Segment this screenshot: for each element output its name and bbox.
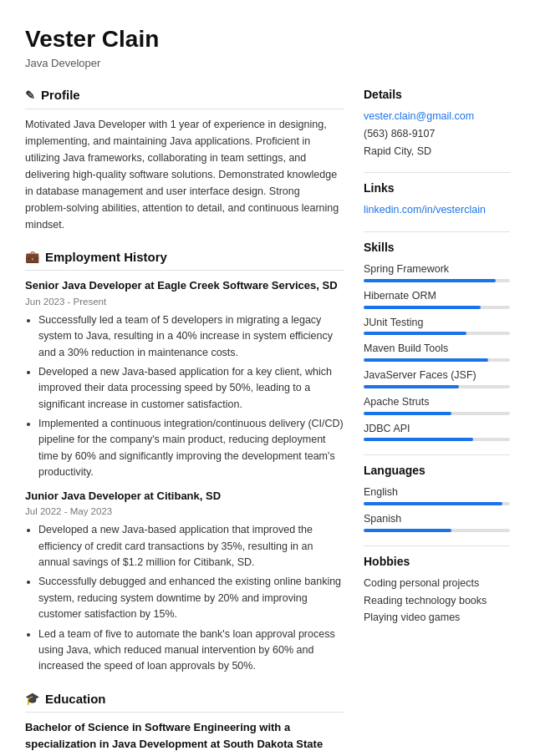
skill-bar-bg-3 xyxy=(364,358,510,362)
profile-icon: ✎ xyxy=(25,87,35,104)
profile-text: Motivated Java Developer with 1 year of … xyxy=(25,116,344,233)
skill-bar-fill-0 xyxy=(364,279,496,282)
lang-item-1: Spanish xyxy=(364,511,510,532)
divider-1 xyxy=(364,172,510,173)
lang-bar-fill-0 xyxy=(364,502,502,505)
job-bullet-0-0: Successfully led a team of 5 developers … xyxy=(38,312,344,361)
linkedin-link: linkedin.com/in/vesterclain xyxy=(364,202,510,218)
job-bullet-1-1: Successfully debugged and enhanced the e… xyxy=(38,574,344,622)
resume-header: Vester Clain Java Developer xyxy=(25,25,510,71)
links-section: Links linkedin.com/in/vesterclain xyxy=(364,180,510,218)
main-column: ✎ Profile Motivated Java Developer with … xyxy=(25,86,344,756)
skills-section: Skills Spring Framework Hibernate ORM JU… xyxy=(364,239,510,441)
resume-page: Vester Clain Java Developer ✎ Profile Mo… xyxy=(0,0,535,756)
education-section: 🎓 Education Bachelor of Science in Softw… xyxy=(25,690,344,756)
divider-2 xyxy=(364,231,510,232)
links-title: Links xyxy=(364,180,510,197)
job-bullet-1-0: Developed a new Java-based application t… xyxy=(38,522,344,571)
job-date-1: Jul 2022 - May 2023 xyxy=(25,505,344,519)
job-bullet-0-2: Implemented a continuous integration/con… xyxy=(38,416,344,481)
skill-item-3: Maven Build Tools xyxy=(364,341,510,362)
phone-item: (563) 868-9107 xyxy=(364,126,510,142)
linkedin-anchor[interactable]: linkedin.com/in/vesterclain xyxy=(364,204,486,216)
skill-bar-fill-6 xyxy=(364,438,473,441)
hobbies-section: Hobbies Coding personal projects Reading… xyxy=(364,553,510,626)
skill-bar-fill-4 xyxy=(364,385,459,388)
hobby-item-1: Reading technology books xyxy=(364,593,510,609)
skill-bar-fill-5 xyxy=(364,412,451,415)
lang-item-0: English xyxy=(364,485,510,505)
languages-title: Languages xyxy=(364,462,510,479)
education-section-title: 🎓 Education xyxy=(25,690,344,713)
profile-section-title: ✎ Profile xyxy=(25,86,344,109)
lang-name-1: Spanish xyxy=(364,511,510,527)
profile-section: ✎ Profile Motivated Java Developer with … xyxy=(25,86,344,233)
skill-bar-bg-6 xyxy=(364,438,510,441)
lang-bar-fill-1 xyxy=(364,529,451,532)
location-item: Rapid City, SD xyxy=(364,144,510,160)
details-title: Details xyxy=(364,86,510,104)
candidate-subtitle: Java Developer xyxy=(25,55,510,72)
job-bullet-1-2: Led a team of five to automate the bank'… xyxy=(38,627,344,675)
sidebar: Details vester.clain@gmail.com (563) 868… xyxy=(364,86,510,756)
email-link[interactable]: vester.clain@gmail.com xyxy=(364,110,474,122)
lang-bar-bg-0 xyxy=(364,502,510,505)
skill-bar-fill-2 xyxy=(364,332,466,335)
languages-section: Languages English Spanish xyxy=(364,462,510,532)
skill-name-5: Apache Struts xyxy=(364,394,510,410)
employment-section: 💼 Employment History Senior Java Develop… xyxy=(25,248,344,675)
hobby-item-0: Coding personal projects xyxy=(364,576,510,591)
details-section: Details vester.clain@gmail.com (563) 868… xyxy=(364,86,510,159)
lang-bar-bg-1 xyxy=(364,529,510,532)
skill-bar-bg-4 xyxy=(364,385,510,388)
skill-bar-fill-1 xyxy=(364,306,481,309)
skill-name-6: JDBC API xyxy=(364,421,510,437)
edu-title-0: Bachelor of Science in Software Engineer… xyxy=(25,719,344,756)
skill-name-3: Maven Build Tools xyxy=(364,341,510,357)
skill-item-1: Hibernate ORM xyxy=(364,288,510,309)
skill-bar-bg-5 xyxy=(364,412,510,415)
education-icon: 🎓 xyxy=(25,690,39,708)
divider-3 xyxy=(364,454,510,455)
skill-name-2: JUnit Testing xyxy=(364,315,510,331)
skill-bar-bg-2 xyxy=(364,332,510,335)
job-date-0: Jun 2023 - Present xyxy=(25,295,344,309)
skill-item-4: JavaServer Faces (JSF) xyxy=(364,368,510,388)
skill-bar-bg-0 xyxy=(364,279,510,282)
skill-item-0: Spring Framework xyxy=(364,261,510,282)
email-item: vester.clain@gmail.com xyxy=(364,109,510,124)
hobbies-title: Hobbies xyxy=(364,553,510,571)
skill-name-4: JavaServer Faces (JSF) xyxy=(364,368,510,383)
employment-icon: 💼 xyxy=(25,248,39,266)
job-bullets-1: Developed a new Java-based application t… xyxy=(25,522,344,674)
resume-content: ✎ Profile Motivated Java Developer with … xyxy=(25,86,510,756)
lang-name-0: English xyxy=(364,485,510,500)
skill-name-0: Spring Framework xyxy=(364,261,510,277)
job-title-1: Junior Java Developer at Citibank, SD xyxy=(25,488,344,505)
divider-4 xyxy=(364,545,510,546)
skill-item-6: JDBC API xyxy=(364,421,510,442)
employment-section-title: 💼 Employment History xyxy=(25,248,344,271)
job-bullets-0: Successfully led a team of 5 developers … xyxy=(25,312,344,481)
skills-title: Skills xyxy=(364,239,510,256)
job-bullet-0-1: Developed a new Java-based application f… xyxy=(38,364,344,413)
skill-item-2: JUnit Testing xyxy=(364,315,510,336)
job-title-0: Senior Java Developer at Eagle Creek Sof… xyxy=(25,277,344,294)
candidate-name: Vester Clain xyxy=(25,25,510,53)
skill-item-5: Apache Struts xyxy=(364,394,510,415)
skill-bar-bg-1 xyxy=(364,306,510,309)
skill-bar-fill-3 xyxy=(364,358,488,362)
skill-name-1: Hibernate ORM xyxy=(364,288,510,304)
hobby-item-2: Playing video games xyxy=(364,610,510,626)
